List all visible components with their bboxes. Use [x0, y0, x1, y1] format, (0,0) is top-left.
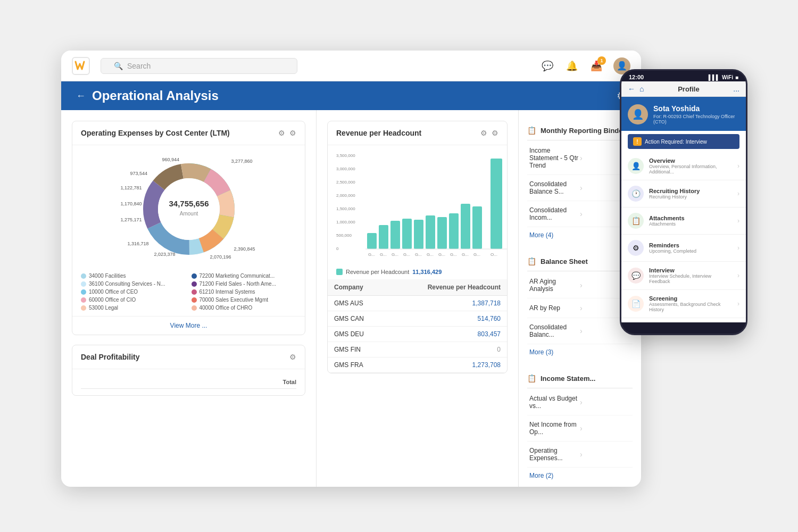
legend-dot-5 [192, 289, 197, 295]
report-item-label-0: Income Statement - 5 Qtr Trend [529, 147, 580, 169]
phone-back-button[interactable]: ← [628, 85, 635, 93]
deal-settings-icon[interactable]: ⚙ [289, 353, 296, 361]
balance-item-label-0: AR Aging Analysis [529, 278, 580, 293]
card-toolbar: ⚙ ⚙ [278, 129, 296, 137]
monthly-reporting-title: Monthly Reporting Binder [541, 127, 626, 135]
legend-dot-7 [192, 297, 197, 303]
revenue-filter-icon[interactable]: ⚙ [480, 129, 487, 137]
attachments-text: Attachments Attachments [649, 215, 732, 227]
table-header-revenue: Revenue per Headcount [387, 279, 507, 296]
deal-profitability-column-header: Total [81, 376, 296, 389]
svg-text:34,755,656: 34,755,656 [169, 199, 209, 208]
legend-dot-8 [81, 305, 86, 311]
phone-time: 12:00 [629, 74, 644, 80]
phone-status-icons: ▌▌▌ WiFi ■ [709, 74, 738, 80]
profile-avatar: 👤 [628, 104, 648, 124]
income-more-link[interactable]: More (2) [527, 468, 633, 484]
svg-text:G...: G... [473, 252, 480, 257]
income-statement-title: Income Statem... [541, 375, 595, 383]
tablet-device: 🔍 Search 💬 🔔 📥 1 👤 ← Operational Analysi… [61, 51, 641, 487]
balance-item-0[interactable]: AR Aging Analysis › [527, 272, 633, 298]
notification-icon-button[interactable]: 🔔 [564, 59, 579, 73]
filter-icon[interactable]: ⚙ [278, 129, 285, 137]
income-statement-header: 📋 Income Statem... [527, 369, 633, 388]
report-item-label-1: Consolidated Balance S... [529, 180, 580, 195]
svg-rect-25 [402, 219, 412, 249]
menu-item-reminders[interactable]: ⚙ Reminders Upcoming, Completed › [621, 235, 746, 262]
reminders-icon: ⚙ [628, 240, 644, 256]
menu-item-screening[interactable]: 📄 Screening Assessments, Background Chec… [621, 290, 746, 318]
menu-item-attachments[interactable]: 📋 Attachments Attachments › [621, 207, 746, 235]
svg-text:3,000,000: 3,000,000 [336, 167, 355, 171]
overview-icon: 👤 [628, 158, 644, 174]
bar-chart-svg: 3,500,000 3,000,000 2,500,000 2,000,000 … [336, 151, 508, 257]
logo-icon [72, 57, 90, 75]
svg-text:G...: G... [415, 252, 422, 257]
inbox-icon-button[interactable]: 📥 1 [589, 59, 604, 73]
top-navigation: 🔍 Search 💬 🔔 📥 1 👤 [61, 51, 641, 81]
operating-expenses-card: Operating Expenses by Cost Center (LTM) … [72, 121, 305, 335]
search-bar[interactable]: 🔍 Search [101, 58, 297, 74]
menu-item-employment-offer[interactable]: 📦 Employment Offer Employment Offer Deta… [621, 318, 746, 322]
settings-icon-card[interactable]: ⚙ [289, 129, 296, 137]
legend-item-1: 72200 Marketing Communicat... [192, 273, 297, 279]
view-more-link[interactable]: View More ... [72, 316, 305, 335]
revenue-headcount-toolbar: ⚙ ⚙ [480, 129, 498, 137]
phone-nav-bar: ← ⌂ Profile ... [621, 81, 746, 97]
menu-item-overview[interactable]: 👤 Overview Overview, Personal Informatio… [621, 152, 746, 180]
svg-rect-27 [426, 215, 435, 249]
phone-status-bar: 12:00 ▌▌▌ WiFi ■ [621, 71, 746, 81]
svg-text:G...: G... [380, 252, 387, 257]
company-value-4[interactable]: 1,273,708 [387, 358, 507, 373]
company-value-2[interactable]: 803,457 [387, 327, 507, 342]
balance-item-2[interactable]: Consolidated Balanc... › [527, 318, 633, 344]
income-item-1[interactable]: Net Income from Op... › [527, 415, 633, 442]
legend-dot-4 [81, 289, 86, 295]
report-item-2[interactable]: Consolidated Incom... › [527, 201, 633, 227]
legend-dot-3 [192, 281, 197, 287]
legend-label-9: 40000 Office of CHRO [200, 305, 253, 311]
back-button[interactable]: ← [76, 90, 86, 102]
balance-more-link[interactable]: More (3) [527, 344, 633, 360]
legend-label-3: 71200 Field Sales - North Ame... [200, 281, 277, 287]
left-panel: Operating Expenses by Cost Center (LTM) … [61, 110, 317, 487]
svg-text:G...: G... [462, 252, 469, 257]
workday-logo[interactable] [72, 57, 90, 75]
menu-item-interview[interactable]: 💬 Interview Interview Schedule, Intervie… [621, 262, 746, 290]
deal-profitability-title: Deal Profitability [81, 353, 289, 361]
menu-item-recruiting[interactable]: 🕐 Recruiting History Recruiting History … [621, 180, 746, 207]
legend-label-6: 60000 Office of CIO [89, 297, 136, 303]
svg-rect-26 [414, 220, 423, 249]
report-item-0[interactable]: Income Statement - 5 Qtr Trend › [527, 142, 633, 175]
operating-expenses-header: Operating Expenses by Cost Center (LTM) … [72, 121, 305, 145]
company-name-3: GMS FIN [328, 342, 387, 358]
svg-rect-22 [367, 233, 377, 249]
page-header: ← Operational Analysis ⚙ [61, 81, 641, 110]
search-placeholder: Search [127, 62, 151, 70]
revenue-settings-icon[interactable]: ⚙ [492, 129, 498, 137]
nav-icons: 💬 🔔 📥 1 👤 [540, 57, 630, 74]
svg-text:G...: G... [450, 252, 457, 257]
report-item-1[interactable]: Consolidated Balance S... › [527, 175, 633, 201]
phone-home-button[interactable]: ⌂ [639, 85, 644, 93]
balance-item-1[interactable]: AR by Rep › [527, 298, 633, 318]
svg-text:O...: O... [491, 252, 497, 257]
table-row: GMS AUS 1,387,718 [328, 296, 507, 311]
company-value-0[interactable]: 1,387,718 [387, 296, 507, 311]
action-required-banner[interactable]: ! Action Required: Interview [628, 134, 739, 149]
phone-more-button[interactable]: ... [733, 85, 739, 93]
income-item-2[interactable]: Operating Expenses... › [527, 442, 633, 468]
legend-item-4: 10000 Office of CEO [81, 289, 186, 295]
monthly-more-link[interactable]: More (4) [527, 227, 633, 243]
deal-profitability-card: Deal Profitability ⚙ Total [72, 345, 305, 396]
company-name-4: GMS FRA [328, 358, 387, 373]
svg-text:2,500,000: 2,500,000 [336, 180, 355, 185]
chat-icon-button[interactable]: 💬 [540, 59, 555, 73]
company-value-1[interactable]: 514,760 [387, 311, 507, 327]
income-item-0[interactable]: Actual vs Budget vs... › [527, 389, 633, 415]
battery-icon: ■ [735, 74, 738, 80]
balance-sheet-section: 📋 Balance Sheet AR Aging Analysis › AR b… [527, 252, 633, 360]
monthly-reporting-section: 📋 Monthly Reporting Binder Income Statem… [527, 121, 633, 243]
main-content: Operating Expenses by Cost Center (LTM) … [61, 110, 641, 487]
balance-sheet-header: 📋 Balance Sheet [527, 252, 633, 271]
